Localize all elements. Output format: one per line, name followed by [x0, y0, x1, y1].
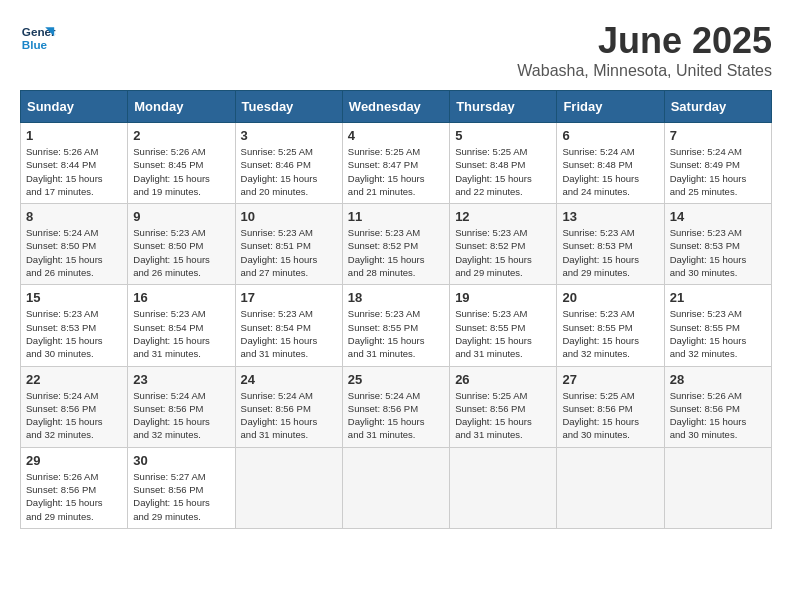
calendar-day-cell: 15Sunrise: 5:23 AMSunset: 8:53 PMDayligh…: [21, 285, 128, 366]
calendar-day-cell: 21Sunrise: 5:23 AMSunset: 8:55 PMDayligh…: [664, 285, 771, 366]
day-info: Sunrise: 5:23 AMSunset: 8:52 PMDaylight:…: [348, 226, 444, 279]
calendar-header-tuesday: Tuesday: [235, 91, 342, 123]
calendar-day-cell: 27Sunrise: 5:25 AMSunset: 8:56 PMDayligh…: [557, 366, 664, 447]
day-number: 9: [133, 209, 229, 224]
calendar-week-row: 1Sunrise: 5:26 AMSunset: 8:44 PMDaylight…: [21, 123, 772, 204]
calendar-day-cell: 17Sunrise: 5:23 AMSunset: 8:54 PMDayligh…: [235, 285, 342, 366]
calendar-header-row: SundayMondayTuesdayWednesdayThursdayFrid…: [21, 91, 772, 123]
calendar-header-friday: Friday: [557, 91, 664, 123]
calendar-day-cell: 24Sunrise: 5:24 AMSunset: 8:56 PMDayligh…: [235, 366, 342, 447]
month-title: June 2025: [517, 20, 772, 62]
day-info: Sunrise: 5:26 AMSunset: 8:44 PMDaylight:…: [26, 145, 122, 198]
day-number: 16: [133, 290, 229, 305]
day-number: 15: [26, 290, 122, 305]
calendar-day-cell: [557, 447, 664, 528]
calendar-header-thursday: Thursday: [450, 91, 557, 123]
day-info: Sunrise: 5:23 AMSunset: 8:52 PMDaylight:…: [455, 226, 551, 279]
day-info: Sunrise: 5:23 AMSunset: 8:54 PMDaylight:…: [133, 307, 229, 360]
calendar-day-cell: 2Sunrise: 5:26 AMSunset: 8:45 PMDaylight…: [128, 123, 235, 204]
day-info: Sunrise: 5:23 AMSunset: 8:53 PMDaylight:…: [670, 226, 766, 279]
calendar-day-cell: 30Sunrise: 5:27 AMSunset: 8:56 PMDayligh…: [128, 447, 235, 528]
day-number: 10: [241, 209, 337, 224]
calendar-day-cell: [235, 447, 342, 528]
day-number: 4: [348, 128, 444, 143]
day-info: Sunrise: 5:24 AMSunset: 8:56 PMDaylight:…: [26, 389, 122, 442]
day-info: Sunrise: 5:24 AMSunset: 8:49 PMDaylight:…: [670, 145, 766, 198]
calendar-day-cell: 9Sunrise: 5:23 AMSunset: 8:50 PMDaylight…: [128, 204, 235, 285]
calendar-week-row: 22Sunrise: 5:24 AMSunset: 8:56 PMDayligh…: [21, 366, 772, 447]
day-info: Sunrise: 5:25 AMSunset: 8:48 PMDaylight:…: [455, 145, 551, 198]
calendar-day-cell: 26Sunrise: 5:25 AMSunset: 8:56 PMDayligh…: [450, 366, 557, 447]
calendar-day-cell: 16Sunrise: 5:23 AMSunset: 8:54 PMDayligh…: [128, 285, 235, 366]
calendar-day-cell: 25Sunrise: 5:24 AMSunset: 8:56 PMDayligh…: [342, 366, 449, 447]
day-number: 14: [670, 209, 766, 224]
day-info: Sunrise: 5:23 AMSunset: 8:54 PMDaylight:…: [241, 307, 337, 360]
page-header: General Blue June 2025 Wabasha, Minnesot…: [20, 20, 772, 80]
title-area: June 2025 Wabasha, Minnesota, United Sta…: [517, 20, 772, 80]
day-number: 1: [26, 128, 122, 143]
calendar-week-row: 15Sunrise: 5:23 AMSunset: 8:53 PMDayligh…: [21, 285, 772, 366]
day-number: 27: [562, 372, 658, 387]
calendar-day-cell: 10Sunrise: 5:23 AMSunset: 8:51 PMDayligh…: [235, 204, 342, 285]
day-number: 23: [133, 372, 229, 387]
calendar-header-saturday: Saturday: [664, 91, 771, 123]
calendar-week-row: 29Sunrise: 5:26 AMSunset: 8:56 PMDayligh…: [21, 447, 772, 528]
day-info: Sunrise: 5:25 AMSunset: 8:56 PMDaylight:…: [562, 389, 658, 442]
calendar-day-cell: 3Sunrise: 5:25 AMSunset: 8:46 PMDaylight…: [235, 123, 342, 204]
day-info: Sunrise: 5:24 AMSunset: 8:56 PMDaylight:…: [348, 389, 444, 442]
calendar-day-cell: [342, 447, 449, 528]
day-info: Sunrise: 5:23 AMSunset: 8:50 PMDaylight:…: [133, 226, 229, 279]
svg-text:Blue: Blue: [22, 38, 48, 51]
day-info: Sunrise: 5:27 AMSunset: 8:56 PMDaylight:…: [133, 470, 229, 523]
day-info: Sunrise: 5:23 AMSunset: 8:53 PMDaylight:…: [562, 226, 658, 279]
calendar-day-cell: 6Sunrise: 5:24 AMSunset: 8:48 PMDaylight…: [557, 123, 664, 204]
calendar-day-cell: 28Sunrise: 5:26 AMSunset: 8:56 PMDayligh…: [664, 366, 771, 447]
calendar-week-row: 8Sunrise: 5:24 AMSunset: 8:50 PMDaylight…: [21, 204, 772, 285]
day-info: Sunrise: 5:23 AMSunset: 8:55 PMDaylight:…: [670, 307, 766, 360]
day-info: Sunrise: 5:26 AMSunset: 8:56 PMDaylight:…: [26, 470, 122, 523]
logo-icon: General Blue: [20, 20, 56, 56]
day-number: 5: [455, 128, 551, 143]
day-number: 8: [26, 209, 122, 224]
calendar-day-cell: [450, 447, 557, 528]
location-title: Wabasha, Minnesota, United States: [517, 62, 772, 80]
day-info: Sunrise: 5:24 AMSunset: 8:56 PMDaylight:…: [133, 389, 229, 442]
calendar-day-cell: 1Sunrise: 5:26 AMSunset: 8:44 PMDaylight…: [21, 123, 128, 204]
day-number: 13: [562, 209, 658, 224]
day-number: 21: [670, 290, 766, 305]
day-number: 11: [348, 209, 444, 224]
day-info: Sunrise: 5:23 AMSunset: 8:53 PMDaylight:…: [26, 307, 122, 360]
day-number: 20: [562, 290, 658, 305]
day-info: Sunrise: 5:23 AMSunset: 8:55 PMDaylight:…: [455, 307, 551, 360]
calendar-day-cell: 29Sunrise: 5:26 AMSunset: 8:56 PMDayligh…: [21, 447, 128, 528]
day-info: Sunrise: 5:23 AMSunset: 8:55 PMDaylight:…: [562, 307, 658, 360]
calendar-day-cell: 7Sunrise: 5:24 AMSunset: 8:49 PMDaylight…: [664, 123, 771, 204]
calendar-day-cell: 18Sunrise: 5:23 AMSunset: 8:55 PMDayligh…: [342, 285, 449, 366]
day-number: 12: [455, 209, 551, 224]
day-number: 7: [670, 128, 766, 143]
calendar-day-cell: 19Sunrise: 5:23 AMSunset: 8:55 PMDayligh…: [450, 285, 557, 366]
calendar-day-cell: 14Sunrise: 5:23 AMSunset: 8:53 PMDayligh…: [664, 204, 771, 285]
day-number: 6: [562, 128, 658, 143]
day-number: 19: [455, 290, 551, 305]
day-number: 25: [348, 372, 444, 387]
day-number: 17: [241, 290, 337, 305]
day-number: 22: [26, 372, 122, 387]
day-info: Sunrise: 5:24 AMSunset: 8:50 PMDaylight:…: [26, 226, 122, 279]
calendar-header-sunday: Sunday: [21, 91, 128, 123]
day-number: 24: [241, 372, 337, 387]
day-number: 18: [348, 290, 444, 305]
calendar-day-cell: 13Sunrise: 5:23 AMSunset: 8:53 PMDayligh…: [557, 204, 664, 285]
calendar-header-wednesday: Wednesday: [342, 91, 449, 123]
day-number: 29: [26, 453, 122, 468]
day-number: 28: [670, 372, 766, 387]
calendar-day-cell: 8Sunrise: 5:24 AMSunset: 8:50 PMDaylight…: [21, 204, 128, 285]
day-info: Sunrise: 5:23 AMSunset: 8:55 PMDaylight:…: [348, 307, 444, 360]
day-info: Sunrise: 5:24 AMSunset: 8:48 PMDaylight:…: [562, 145, 658, 198]
calendar-day-cell: 23Sunrise: 5:24 AMSunset: 8:56 PMDayligh…: [128, 366, 235, 447]
day-info: Sunrise: 5:23 AMSunset: 8:51 PMDaylight:…: [241, 226, 337, 279]
day-info: Sunrise: 5:26 AMSunset: 8:56 PMDaylight:…: [670, 389, 766, 442]
day-number: 3: [241, 128, 337, 143]
day-number: 26: [455, 372, 551, 387]
day-number: 2: [133, 128, 229, 143]
